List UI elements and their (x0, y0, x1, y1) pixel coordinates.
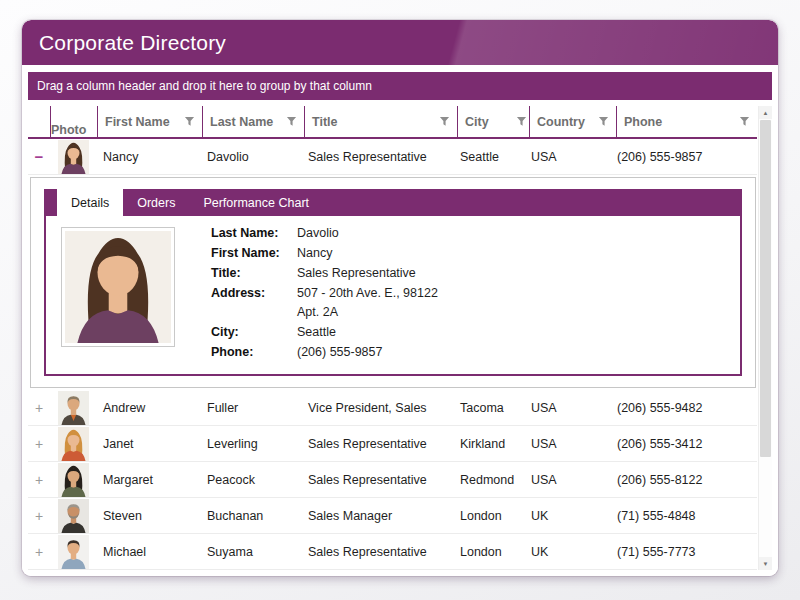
cell-last-name: Fuller (200, 401, 301, 415)
photo-cell (50, 139, 96, 174)
cell-country: USA (524, 401, 610, 415)
vertical-scrollbar[interactable]: ▲ ▼ (758, 106, 772, 570)
cell-country: USA (524, 150, 610, 164)
employee-photo (58, 535, 89, 569)
detail-fields: Last Name:DavolioFirst Name:NancyTitle:S… (211, 224, 438, 362)
field-label: City: (211, 323, 289, 342)
column-header-first_name[interactable]: First Name (97, 106, 202, 137)
column-header-phone[interactable]: Phone (616, 106, 757, 137)
field-value: Sales Representative (297, 264, 438, 283)
table-row[interactable]: +StevenBuchananSales ManagerLondonUK(71)… (28, 498, 757, 534)
cell-phone: (206) 555-3412 (610, 437, 757, 451)
field-label: Phone: (211, 343, 289, 362)
scrollbar-thumb[interactable] (760, 120, 771, 457)
photo-cell (50, 498, 96, 533)
cell-country: UK (524, 545, 610, 559)
column-label: Last Name (210, 115, 282, 129)
scroll-down-button[interactable]: ▼ (759, 557, 772, 570)
group-by-drop-zone[interactable]: Drag a column header and drop it here to… (28, 72, 772, 100)
cell-phone: (71) 555-4848 (610, 509, 757, 523)
expand-cell: − (28, 149, 50, 164)
expand-cell: + (28, 545, 50, 559)
titlebar: Corporate Directory (22, 20, 778, 65)
field-value: Nancy (297, 244, 438, 263)
column-header-city[interactable]: City (457, 106, 529, 137)
cell-title: Sales Representative (301, 473, 453, 487)
filter-icon[interactable] (598, 116, 609, 127)
cell-city: London (453, 509, 524, 523)
cell-city: Tacoma (453, 401, 524, 415)
photo-cell (50, 534, 96, 569)
table-row[interactable]: +MargaretPeacockSales RepresentativeRedm… (28, 462, 757, 498)
window-body: Drag a column header and drop it here to… (22, 65, 778, 576)
employee-photo (58, 140, 89, 174)
grid-header: PhotoFirst NameLast NameTitleCityCountry… (28, 106, 757, 139)
scrollbar-track[interactable] (759, 119, 772, 557)
cell-city: Redmond (453, 473, 524, 487)
cell-phone: (206) 555-9857 (610, 150, 757, 164)
detail-tabstrip: DetailsOrdersPerformance Chart (44, 189, 742, 216)
cell-first-name: Michael (96, 545, 200, 559)
employee-photo (58, 499, 89, 533)
filter-icon[interactable] (739, 116, 750, 127)
expand-row-button[interactable]: + (35, 437, 43, 451)
row-detail-panel: DetailsOrdersPerformance ChartLast Name:… (30, 177, 756, 388)
employee-photo (58, 391, 89, 425)
field-value: (206) 555-9857 (297, 343, 438, 362)
column-header-country[interactable]: Country (529, 106, 616, 137)
cell-first-name: Margaret (96, 473, 200, 487)
field-value: Seattle (297, 323, 438, 342)
field-label: Address: (211, 284, 289, 322)
collapse-row-button[interactable]: − (35, 149, 44, 164)
table-row[interactable]: +AndrewFullerVice President, SalesTacoma… (28, 390, 757, 426)
cell-city: Kirkland (453, 437, 524, 451)
cell-last-name: Peacock (200, 473, 301, 487)
cell-first-name: Andrew (96, 401, 200, 415)
cell-last-name: Suyama (200, 545, 301, 559)
cell-country: UK (524, 509, 610, 523)
filter-icon[interactable] (184, 116, 195, 127)
tab-details[interactable]: Details (57, 189, 123, 216)
filter-icon[interactable] (439, 116, 450, 127)
table-row[interactable]: −NancyDavolioSales RepresentativeSeattle… (28, 139, 757, 175)
employee-photo (58, 463, 89, 497)
column-header-last_name[interactable]: Last Name (202, 106, 304, 137)
corporate-directory-window: Corporate Directory Drag a column header… (22, 20, 778, 576)
table-row[interactable]: +JanetLeverlingSales RepresentativeKirkl… (28, 426, 757, 462)
column-header-title[interactable]: Title (304, 106, 457, 137)
tab-performance-chart[interactable]: Performance Chart (189, 189, 323, 216)
window-title: Corporate Directory (39, 31, 226, 55)
expand-row-button[interactable]: + (35, 473, 43, 487)
expand-row-button[interactable]: + (35, 401, 43, 415)
cell-city: London (453, 545, 524, 559)
employee-photo-large (61, 227, 175, 347)
expand-row-button[interactable]: + (35, 509, 43, 523)
cell-country: USA (524, 437, 610, 451)
table-row[interactable]: +MichaelSuyamaSales RepresentativeLondon… (28, 534, 757, 570)
expand-cell: + (28, 509, 50, 523)
photo-cell (50, 462, 96, 497)
employee-grid: PhotoFirst NameLast NameTitleCityCountry… (28, 106, 772, 570)
field-label: Last Name: (211, 224, 289, 243)
tab-orders[interactable]: Orders (123, 189, 189, 216)
column-label: Phone (624, 115, 735, 129)
filter-icon[interactable] (516, 116, 527, 127)
cell-last-name: Buchanan (200, 509, 301, 523)
field-value: 507 - 20th Ave. E., 98122 Apt. 2A (297, 284, 438, 322)
column-header-photo[interactable]: Photo (50, 106, 97, 137)
expand-cell: + (28, 437, 50, 451)
column-label: Country (537, 115, 594, 129)
expand-row-button[interactable]: + (35, 545, 43, 559)
field-value: Davolio (297, 224, 438, 243)
cell-phone: (71) 555-7773 (610, 545, 757, 559)
detail-content: Last Name:DavolioFirst Name:NancyTitle:S… (44, 216, 742, 376)
column-label: City (465, 115, 512, 129)
scroll-up-button[interactable]: ▲ (759, 106, 772, 119)
cell-country: USA (524, 473, 610, 487)
cell-title: Vice President, Sales (301, 401, 453, 415)
column-label: Photo (51, 123, 97, 137)
cell-first-name: Janet (96, 437, 200, 451)
cell-phone: (206) 555-9482 (610, 401, 757, 415)
cell-last-name: Davolio (200, 150, 301, 164)
filter-icon[interactable] (286, 116, 297, 127)
